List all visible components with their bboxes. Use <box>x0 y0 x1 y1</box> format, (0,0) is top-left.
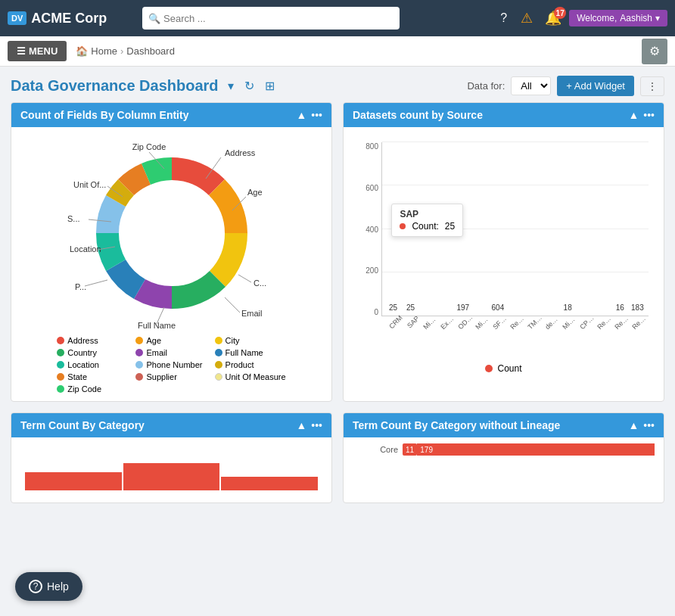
widget1-more-btn[interactable]: ••• <box>311 109 322 121</box>
data-for-select[interactable]: All <box>511 76 551 95</box>
widget2-collapse-btn[interactable]: ▲ <box>628 109 639 121</box>
legend-email: Email <box>135 348 207 357</box>
bar-xlabel-4: ODS Sample Template- sqlite <box>456 313 474 331</box>
header-right: Data for: All + Add Widget ⋮ <box>467 76 664 96</box>
widget3-title: Term Count By Category <box>20 419 145 431</box>
svg-line-5 <box>225 297 240 313</box>
bar-value-0: 25 <box>389 303 397 312</box>
donut-chart: Zip Code Address Age C... Email Full Nam… <box>66 135 278 331</box>
legend-count-dot <box>485 365 493 372</box>
legend-product: Product <box>215 360 286 369</box>
page-header: Data Governance Dashboard ▾ ↻ ⊞ Data for… <box>0 67 675 102</box>
legend-supplier: Supplier <box>135 372 207 381</box>
bar-xlabel-12: RemoteDB <box>596 313 613 331</box>
bar-value-13: 16 <box>616 303 624 312</box>
legend-dot-fullname <box>215 349 222 356</box>
donut-svg: Zip Code Address Age C... Email Full Nam… <box>66 135 278 331</box>
legend-dot-age <box>135 337 143 344</box>
legend-label-product: Product <box>226 360 254 369</box>
legend-dot-uom <box>215 373 222 381</box>
bar-xlabel-8: TMS Diff Cloud <box>526 313 543 331</box>
donut-label-location: Location <box>70 244 101 254</box>
svg-line-7 <box>85 280 107 286</box>
widget-term-count: Term Count By Category ▲ ••• <box>11 412 332 503</box>
widget4-body: Core 11 179 <box>344 437 664 465</box>
nav-right: ? ⚠ 🔔 17 Welcome, Aashish ▾ <box>494 7 667 30</box>
bar-xlabel-0: CRM <box>387 313 404 331</box>
widget1-actions: ▲ ••• <box>296 109 322 121</box>
hamburger-icon: ☰ <box>17 45 26 57</box>
menu-button[interactable]: ☰ MENU <box>8 41 67 61</box>
bar-xlabel-9: demo_STG_Db <box>543 313 561 331</box>
term-core-row: Core 11 179 <box>353 443 655 456</box>
data-for-label: Data for: <box>467 80 505 92</box>
widget-term-no-lineage: Term Count By Category without Lineage ▲… <box>343 412 664 503</box>
term-core-val1: 11 <box>406 446 414 454</box>
legend-state: State <box>57 372 128 381</box>
brand-name: ACME Corp <box>31 11 107 26</box>
widget4-more-btn[interactable]: ••• <box>643 419 655 431</box>
breadcrumb-home[interactable]: Home <box>91 45 117 57</box>
legend-label-country: Country <box>67 348 97 357</box>
widget1-body: Zip Code Address Age C... Email Full Nam… <box>11 127 331 401</box>
legend-dot-country <box>57 349 64 356</box>
title-actions: ▾ ↻ ⊞ <box>225 77 278 95</box>
legend-dot-city <box>215 337 222 344</box>
widget3-body <box>11 437 331 498</box>
legend-city: City <box>215 336 286 345</box>
widget1-collapse-btn[interactable]: ▲ <box>296 109 306 121</box>
widget3-collapse-btn[interactable]: ▲ <box>296 419 306 431</box>
legend-location: Location <box>57 360 128 369</box>
alert-icon-btn[interactable]: ⚠ <box>516 7 537 30</box>
legend-dot-email <box>135 349 143 356</box>
widget4-collapse-btn[interactable]: ▲ <box>628 419 639 431</box>
bar-xlabel-10: Migration DWH <box>561 313 578 331</box>
bar-chart: 800 600 400 200 0 25251976041816183 <box>351 135 656 362</box>
export-btn[interactable]: ⊞ <box>262 77 278 95</box>
legend-label-phone: Phone Number <box>146 360 202 369</box>
widget1-header: Count of Fields By Column Entity ▲ ••• <box>11 103 331 127</box>
tooltip-row: Count: 25 <box>400 221 455 232</box>
term-core-val2: 179 <box>420 446 433 454</box>
settings-button[interactable]: ⚙ <box>642 39 667 64</box>
bar-value-6: 604 <box>492 303 505 312</box>
legend-label-supplier: Supplier <box>146 372 176 381</box>
user-name: Aashish <box>620 13 652 23</box>
legend-age: Age <box>135 336 207 345</box>
y-label-200: 200 <box>365 266 378 275</box>
legend-label-fullname: Full Name <box>226 348 263 357</box>
title-dropdown-btn[interactable]: ▾ <box>225 77 237 95</box>
top-nav: DV ACME Corp 🔍 ? ⚠ 🔔 17 Welcome, Aashish… <box>0 0 675 36</box>
secondary-nav: ☰ MENU 🏠 Home › Dashboard ⚙ <box>0 36 675 67</box>
widget2-more-btn[interactable]: ••• <box>643 109 655 121</box>
bar-xlabel-13: RemoteDB2 <box>613 313 630 331</box>
legend-country: Country <box>57 348 128 357</box>
more-options-btn[interactable]: ⋮ <box>640 76 664 96</box>
chart-legend: Count <box>351 363 656 374</box>
search-input[interactable] <box>163 13 393 24</box>
legend-label-zipcode: Zip Code <box>67 384 101 394</box>
legend-label-email: Email <box>146 348 167 357</box>
bar-value-1: 25 <box>406 303 415 312</box>
y-label-0: 0 <box>374 308 378 316</box>
add-widget-button[interactable]: + Add Widget <box>557 76 634 96</box>
legend-label-state: State <box>67 372 87 381</box>
widget2-header: Datasets count by Source ▲ ••• <box>344 103 664 127</box>
refresh-btn[interactable]: ↻ <box>241 77 257 95</box>
term-core-track: 11 179 <box>403 443 655 456</box>
search-bar: 🔍 <box>142 7 400 30</box>
brand-icon-badge: DV <box>8 11 26 25</box>
tooltip-value: 25 <box>445 221 455 232</box>
widget3-more-btn[interactable]: ••• <box>311 419 322 431</box>
widget-fields-by-entity: Count of Fields By Column Entity ▲ ••• <box>11 102 332 402</box>
bar-xlabel-3: Excel Src <box>439 313 456 331</box>
user-greeting: Welcome, <box>577 13 617 23</box>
legend-dot-state <box>57 373 64 381</box>
term-core-fill2: 179 <box>417 443 655 456</box>
notification-wrapper: 🔔 17 <box>540 7 566 30</box>
donut-label-zipcode: Zip Code <box>132 142 166 151</box>
donut-label-email: Email <box>241 309 263 318</box>
user-menu-btn[interactable]: Welcome, Aashish ▾ <box>569 10 667 26</box>
help-icon-btn[interactable]: ? <box>494 8 513 28</box>
chart-tooltip: SAP Count: 25 <box>391 204 463 237</box>
